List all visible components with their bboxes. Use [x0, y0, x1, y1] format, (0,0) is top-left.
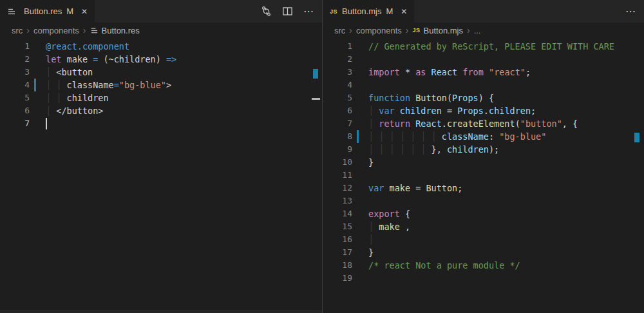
code-token: . [484, 106, 489, 116]
editor-line[interactable]: 3│ <button [0, 66, 322, 79]
code-editor-javascript[interactable]: 1// Generated by ReScript, PLEASE EDIT W… [323, 38, 644, 285]
gutter-spacer [357, 143, 359, 156]
editor-line[interactable]: 6│ var children = Props.children; [323, 104, 644, 117]
indent-guide: │ [368, 106, 379, 116]
close-icon[interactable]: ✕ [401, 7, 407, 16]
editor-line[interactable]: 18/* react Not a pure module */ [323, 259, 644, 272]
code-text: /* react Not a pure module */ [368, 259, 520, 272]
line-number: 19 [323, 272, 352, 285]
code-token: "react" [489, 67, 526, 77]
code-token: Button [426, 183, 457, 193]
editor-actions-left: ⋯ [261, 0, 314, 23]
editor-line[interactable]: 4│ │ className="bg-blue"> [0, 79, 322, 91]
code-text: │ │ children [46, 91, 109, 104]
tab-button-mjs[interactable]: JS Button.mjs M ✕ [323, 0, 414, 23]
code-token: = [410, 183, 426, 193]
indent-guide: │ │ │ │ │ │ │ [368, 131, 442, 142]
code-token: children [489, 106, 531, 116]
code-text: export { [368, 207, 410, 220]
code-token: React [431, 67, 458, 77]
editor-pane-right: JS Button.mjs M ✕ ⋯ src › components › J… [322, 0, 644, 313]
breadcrumb-segment-components[interactable]: components [356, 26, 402, 35]
editor-line[interactable]: 17} [323, 246, 644, 259]
code-token: ) { [478, 93, 494, 103]
editor-line[interactable]: 6│ </button> [0, 104, 322, 117]
code-token: ; [457, 183, 462, 193]
breadcrumb-symbol-ellipsis[interactable]: ... [474, 26, 481, 35]
gutter-spacer [34, 104, 36, 117]
editor-line[interactable]: 3import * as React from "react"; [323, 66, 644, 79]
horizontal-scrollbar[interactable] [0, 310, 322, 313]
open-changes-icon[interactable] [261, 6, 272, 17]
editor-line[interactable]: 16│ [323, 233, 644, 246]
indent-guide: │ │ [46, 80, 67, 90]
gutter-spacer [357, 40, 359, 53]
gutter-spacer [357, 169, 359, 182]
code-text: │ return React.createElement("button", { [368, 117, 578, 130]
editor-line[interactable]: 8│ │ │ │ │ │ │ className: "bg-blue" [323, 130, 644, 143]
code-token: import [368, 67, 400, 77]
gutter-spacer [357, 156, 359, 169]
code-text: │ [368, 233, 374, 246]
js-file-icon: JS [330, 8, 337, 15]
code-token: "bg-blue" [499, 131, 546, 142]
line-number: 8 [323, 130, 352, 143]
tab-bar-left: Button.res M ✕ ⋯ [0, 0, 322, 23]
editor-line[interactable]: 1// Generated by ReScript, PLEASE EDIT W… [323, 40, 644, 53]
editor-line[interactable]: 11 [323, 169, 644, 182]
editor-line[interactable]: 7 [0, 117, 322, 130]
split-editor-icon[interactable] [282, 6, 293, 17]
more-actions-icon[interactable]: ⋯ [625, 0, 636, 23]
code-text: } [368, 246, 374, 259]
line-number: 13 [323, 194, 352, 207]
editor-line[interactable]: 14export { [323, 207, 644, 220]
js-file-icon: JS [413, 27, 421, 33]
more-actions-icon[interactable]: ⋯ [303, 0, 314, 23]
editor-line[interactable]: 4 [323, 79, 644, 91]
editor-line[interactable]: 5│ │ children [0, 91, 322, 104]
editor-line[interactable]: 10} [323, 156, 644, 169]
breadcrumb-file[interactable]: Button.mjs [424, 26, 463, 35]
tab-button-res[interactable]: Button.res M ✕ [0, 0, 95, 23]
code-token: }, [431, 144, 447, 155]
code-token: ( [447, 93, 452, 103]
gutter-spacer [357, 53, 359, 66]
code-text: │ var children = Props.children; [368, 104, 536, 117]
indent-guide: │ [368, 222, 379, 232]
indent-guide: │ [368, 234, 374, 245]
text-cursor [46, 118, 47, 129]
editor-line[interactable]: 1@react.component [0, 40, 322, 53]
editor-line[interactable]: 2 [323, 53, 644, 66]
gutter-spacer [357, 272, 359, 285]
breadcrumb-segment-components[interactable]: components [33, 26, 79, 35]
editor-line[interactable]: 7│ return React.createElement("button", … [323, 117, 644, 130]
gutter-spacer [357, 246, 359, 259]
code-token: Props [452, 93, 478, 103]
code-token: { [400, 209, 410, 219]
breadcrumb-segment-src[interactable]: src [334, 26, 345, 35]
line-number: 2 [323, 53, 352, 66]
breadcrumb-file[interactable]: Button.res [102, 26, 140, 35]
code-token [395, 106, 400, 116]
close-icon[interactable]: ✕ [81, 7, 88, 16]
editor-line[interactable]: 12var make = Button; [323, 182, 644, 194]
editor-line[interactable]: 5function Button(Props) { [323, 91, 644, 104]
breadcrumb-segment-src[interactable]: src [12, 26, 23, 35]
code-token: @react.component [46, 41, 129, 52]
editor-line[interactable]: 15│ make , [323, 220, 644, 233]
code-token: createElement [447, 119, 515, 129]
line-number: 7 [0, 117, 30, 130]
code-token: , [400, 222, 410, 232]
code-token [410, 119, 415, 129]
editor-line[interactable]: 19 [323, 272, 644, 285]
code-text: @react.component [46, 40, 129, 53]
editor-line[interactable]: 9│ │ │ │ │ │ }, children); [323, 143, 644, 156]
code-text: │ │ │ │ │ │ │ className: "bg-blue" [368, 130, 546, 143]
code-editor-rescript[interactable]: 1@react.component2let make = (~children)… [0, 38, 322, 130]
editor-line[interactable]: 2let make = (~children) => [0, 53, 322, 66]
line-number: 2 [0, 53, 30, 66]
code-token: . [442, 119, 447, 129]
file-list-icon [90, 26, 99, 35]
editor-line[interactable]: 13 [323, 194, 644, 207]
code-token: // Generated by ReScript, PLEASE EDIT WI… [368, 41, 614, 52]
